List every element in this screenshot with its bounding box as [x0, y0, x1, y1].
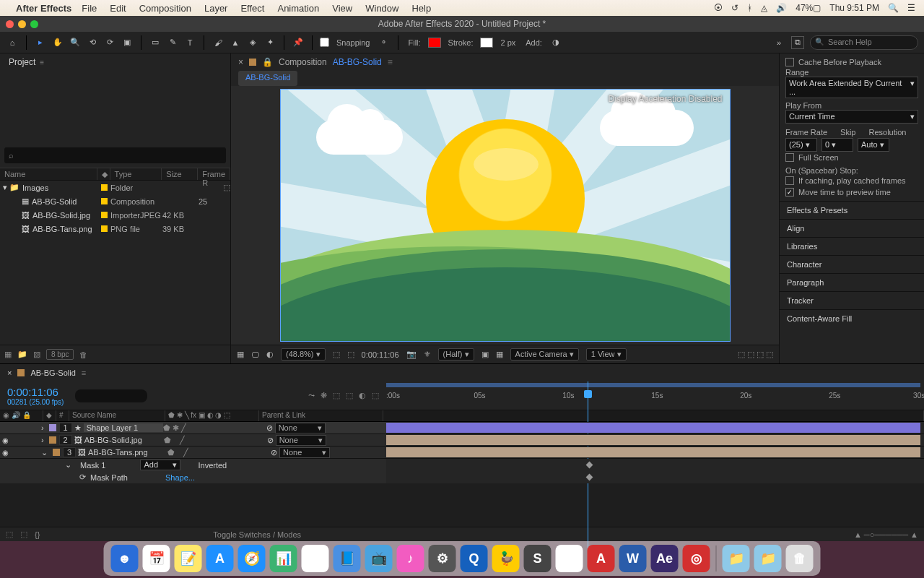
lock-icon[interactable]: 🔒	[262, 57, 273, 67]
interpret-icon[interactable]: ▦	[4, 350, 12, 359]
menu-view[interactable]: View	[332, 3, 352, 14]
menu-window[interactable]: Window	[365, 3, 398, 14]
composition-canvas[interactable]: Display Acceleration Disabled	[280, 89, 731, 342]
dock-right-1[interactable]: 📁	[754, 545, 782, 572]
control-center-icon[interactable]: ☰	[907, 3, 915, 13]
dock-app-10[interactable]: ⚙	[429, 545, 456, 572]
dock-app-11[interactable]: Q	[461, 545, 488, 572]
playfrom-select[interactable]: Current Time▾	[785, 110, 918, 124]
clone-tool-icon[interactable]: ▲	[229, 36, 242, 49]
fill-swatch[interactable]	[428, 38, 441, 48]
stroke-swatch[interactable]	[480, 38, 493, 48]
timeline-tab-name[interactable]: AB-BG-Solid	[30, 368, 75, 377]
res-down-icon[interactable]: ⬚	[333, 350, 340, 359]
camera-select[interactable]: Active Camera ▾	[510, 348, 579, 361]
accordion-tracker[interactable]: Tracker	[780, 291, 924, 309]
fullscreen-checkbox[interactable]	[785, 153, 794, 162]
range-select[interactable]: Work Area Extended By Current ...▾	[785, 77, 918, 98]
dock-app-4[interactable]: 🧭	[238, 545, 266, 572]
rotate-tool-icon[interactable]: ⟳	[103, 36, 116, 49]
close-tab-icon[interactable]: ×	[238, 57, 243, 67]
anchor-tool-icon[interactable]: ▣	[121, 36, 134, 49]
parent-select-3[interactable]: None▾	[279, 447, 330, 458]
volume-icon[interactable]: 🔊	[776, 3, 787, 13]
accordion-align[interactable]: Align	[780, 219, 924, 237]
cache-checkbox[interactable]	[785, 58, 794, 66]
frame-blend-icon[interactable]: ⬚	[346, 391, 353, 400]
grid-icon[interactable]: ▦	[237, 350, 244, 359]
project-row-png[interactable]: 🖾 AB-BG-Tans.png PNG file39 KB	[0, 222, 230, 236]
layer-bar-2[interactable]	[386, 435, 920, 445]
dock-app-0[interactable]: ☻	[111, 545, 139, 572]
shy-icon[interactable]: ⬚	[333, 391, 340, 400]
snapshot-icon[interactable]: 📷	[406, 350, 417, 359]
toggle-switches-button[interactable]: Toggle Switches / Modes	[213, 530, 301, 539]
zoom-tool-icon[interactable]: 🔍	[69, 36, 82, 49]
spotlight-icon[interactable]: 🔍	[888, 3, 899, 13]
overflow-icon[interactable]: »	[772, 36, 785, 49]
dock-right-2[interactable]: 🗑	[786, 545, 814, 572]
dock-app-1[interactable]: 📅	[143, 545, 170, 572]
layer-bar-1[interactable]	[386, 423, 920, 433]
views-select[interactable]: 1 View ▾	[586, 348, 627, 361]
layer-1[interactable]: › 1 ★ Shape Layer 1 ⬟ ✱ ╱ ⊘ None▾	[0, 422, 924, 434]
roto-tool-icon[interactable]: ✦	[263, 36, 276, 49]
graph-editor-icon[interactable]: ⬚	[372, 391, 379, 400]
clock[interactable]: Thu 9:51 PM	[829, 3, 879, 13]
home-tool-icon[interactable]: ⌂	[6, 36, 19, 49]
mask-icon[interactable]: ◐	[266, 350, 274, 359]
rectangle-tool-icon[interactable]: ▭	[149, 36, 162, 49]
timemachine-icon[interactable]: ↺	[731, 3, 738, 13]
app-name[interactable]: After Effects	[16, 3, 71, 14]
comp-mini-flowchart-icon[interactable]: ⤳	[308, 391, 315, 400]
project-tree[interactable]: ▾ 📁 Images Folder ⬚ ▦ AB-BG-Solid Compos…	[0, 181, 230, 345]
visibility-toggle-3[interactable]: ◉	[0, 449, 10, 457]
framerate-select[interactable]: (25) ▾	[785, 138, 817, 152]
eraser-tool-icon[interactable]: ◈	[246, 36, 259, 49]
project-column-headers[interactable]: Name ◆ Type Size Frame R	[0, 168, 230, 181]
comp-breadcrumb[interactable]: AB-BG-Solid	[238, 71, 297, 87]
snapping-checkbox[interactable]	[320, 38, 329, 47]
accordion-caf[interactable]: Content-Aware Fill	[780, 309, 924, 327]
dock-app-6[interactable]: ✿	[302, 545, 329, 572]
trash-icon[interactable]: 🗑	[79, 350, 87, 359]
dock-app-8[interactable]: 📺	[365, 545, 393, 572]
movetime-checkbox[interactable]	[785, 188, 794, 197]
hand-tool-icon[interactable]: ✋	[51, 36, 64, 49]
wifi-icon[interactable]: ◬	[761, 3, 767, 13]
maskpath-keyframe[interactable]	[585, 474, 593, 481]
preview-res-select[interactable]: Auto ▾	[858, 138, 889, 152]
new-folder-icon[interactable]: 📁	[17, 350, 27, 359]
accordion-libraries[interactable]: Libraries	[780, 237, 924, 255]
transparency-icon[interactable]: ▦	[496, 350, 503, 359]
zoom-slider[interactable]: ▲ ─○────── ▲	[854, 530, 918, 539]
time-ruler[interactable]: :00s 05s 10s 15s 20s 25s 30s	[386, 381, 924, 410]
comp-extra-icons[interactable]: ⬚ ⬚ ⬚ ⬚	[738, 350, 773, 359]
new-comp-icon[interactable]: ▧	[33, 350, 40, 359]
parent-select-2[interactable]: None▾	[276, 435, 326, 446]
project-row-jpg[interactable]: 🖾 AB-BG-Solid.jpg ImporterJPEG42 KB	[0, 208, 230, 222]
draft3d-icon[interactable]: ❋	[321, 391, 327, 400]
dock-app-13[interactable]: S	[524, 545, 552, 572]
dock-app-7[interactable]: 📘	[334, 545, 361, 572]
current-time-display[interactable]: 0:00:11:06	[7, 386, 64, 398]
cached-frames-checkbox[interactable]	[785, 176, 794, 185]
dock-app-5[interactable]: 📊	[270, 545, 297, 572]
timecode-display[interactable]: 0:00:11:06	[362, 350, 399, 359]
dock-app-18[interactable]: ◎	[683, 545, 710, 572]
dock-app-17[interactable]: Ae	[651, 545, 679, 572]
zoom-select[interactable]: (48.8%) ▾	[281, 348, 326, 361]
mask-row[interactable]: ⌄ Mask 1 Add▾ Inverted	[0, 459, 924, 471]
parent-select-1[interactable]: None▾	[275, 423, 326, 434]
minimize-window-button[interactable]	[18, 20, 26, 28]
motion-blur-icon[interactable]: ◐	[359, 391, 366, 400]
dock-app-3[interactable]: A	[206, 545, 234, 572]
dock-app-9[interactable]: ♪	[397, 545, 424, 572]
menu-effect[interactable]: Effect	[240, 3, 264, 14]
accordion-character[interactable]: Character	[780, 255, 924, 273]
bpc-chip[interactable]: 8 bpc	[46, 349, 74, 360]
project-filter-input[interactable]: ⌕	[4, 147, 226, 163]
maskpath-row[interactable]: ⟳ Mask Path Shape...	[0, 471, 924, 483]
menu-edit[interactable]: Edit	[110, 3, 126, 14]
pen-tool-icon[interactable]: ✎	[166, 36, 179, 49]
